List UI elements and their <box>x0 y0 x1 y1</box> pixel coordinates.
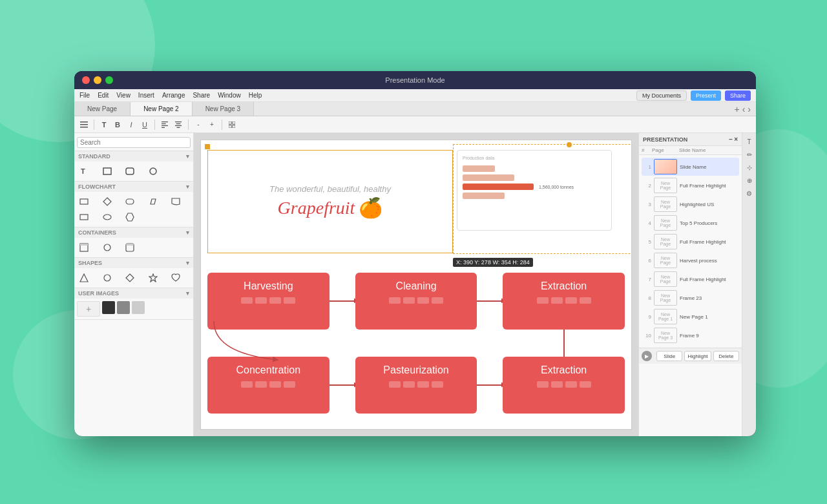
present-button[interactable]: Present <box>691 90 721 101</box>
menu-view[interactable]: View <box>116 92 131 99</box>
icon-zoom[interactable]: ⊕ <box>744 174 755 186</box>
menu-arrange[interactable]: Arrange <box>162 92 185 99</box>
panel-minimize-btn[interactable]: − <box>729 136 733 143</box>
zoom-in-icon[interactable]: + <box>206 119 218 131</box>
my-documents-button[interactable]: My Documents <box>636 90 687 101</box>
tab-nav-next[interactable]: › <box>748 105 751 114</box>
circle-shape[interactable] <box>146 164 160 178</box>
tab-nav-prev[interactable]: ‹ <box>742 105 746 114</box>
flow-box-cleaning[interactable]: Cleaning <box>355 273 477 330</box>
canvas-area[interactable]: The wonderful, beautiful, healthy Grapef… <box>194 133 638 436</box>
menu-insert[interactable]: Insert <box>138 92 154 99</box>
slide-item-4[interactable]: 4 New Page Top 5 Producers <box>642 214 739 232</box>
search-input[interactable] <box>77 137 191 148</box>
slide-thumb-1 <box>654 159 677 174</box>
icon-pencil[interactable]: ✏ <box>744 149 755 160</box>
text-shape[interactable]: T <box>77 164 91 178</box>
fc-rect2[interactable] <box>77 210 91 224</box>
rect-shape[interactable] <box>100 164 114 178</box>
italic-icon[interactable]: I <box>125 119 137 131</box>
slide-btn[interactable]: Slide <box>656 351 682 361</box>
icon-settings[interactable]: ⚙ <box>744 187 755 199</box>
standard-shapes: T <box>74 162 193 181</box>
underline-icon[interactable]: U <box>139 119 151 131</box>
flow-box-extraction-2[interactable]: Extraction <box>503 357 625 414</box>
shape-star[interactable] <box>146 271 160 285</box>
slide-item-1[interactable]: 1 Slide Name <box>642 158 739 176</box>
fc-hex[interactable] <box>123 210 137 224</box>
add-image-btn[interactable]: + <box>77 301 100 317</box>
shape-heart[interactable] <box>169 271 183 285</box>
slide-item-7[interactable]: 7 New Page Full Frame Highlight <box>642 270 739 288</box>
align-center-icon[interactable] <box>173 119 184 131</box>
panel-close-btn[interactable]: × <box>734 136 738 143</box>
slide-item-3[interactable]: 3 New Page Highlighted US <box>642 195 739 213</box>
menu-help[interactable]: Help <box>249 92 262 99</box>
fc-parallelogram[interactable] <box>146 194 160 209</box>
cont-1[interactable] <box>77 240 91 255</box>
slide-item-9[interactable]: 9 New Page 1 New Page 1 <box>642 308 739 326</box>
share-button[interactable]: Share <box>725 90 751 101</box>
close-button[interactable] <box>82 76 90 84</box>
user-img-1[interactable] <box>102 301 115 314</box>
flowchart-section-header[interactable]: FLOWCHART ▾ <box>74 182 193 192</box>
fc-doc[interactable] <box>169 194 183 209</box>
text-tool-icon[interactable]: T <box>98 119 110 131</box>
menu-file[interactable]: File <box>79 92 90 99</box>
slide-thumb-2: New Page <box>654 178 677 193</box>
menu-edit[interactable]: Edit <box>98 92 109 99</box>
fc-oval[interactable] <box>100 210 114 224</box>
play-button[interactable]: ▶ <box>642 351 652 361</box>
standard-section-header[interactable]: STANDARD ▾ <box>74 151 193 162</box>
slide-item-5[interactable]: 5 New Page Full Frame Highlight <box>642 233 739 251</box>
title-box[interactable]: The wonderful, beautiful, healthy Grapef… <box>207 150 453 253</box>
slide-item-10[interactable]: 10 New Page 3 Frame 9 <box>642 326 739 344</box>
slide-item-8[interactable]: 8 New Page Frame 23 <box>642 289 739 307</box>
containers-section-header[interactable]: CONTAINERS ▾ <box>74 227 193 238</box>
fc-diamond[interactable] <box>100 194 114 209</box>
tab-page-1[interactable]: New Page <box>74 102 131 116</box>
zoom-out-icon[interactable]: - <box>193 119 204 131</box>
misc-shapes <box>74 268 193 288</box>
shapes-section-header[interactable]: SHAPES ▾ <box>74 258 193 268</box>
flow-box-harvesting[interactable]: Harvesting <box>207 273 330 330</box>
user-images-section-header[interactable]: USER IMAGES ▾ <box>74 288 193 299</box>
menu-window[interactable]: Window <box>218 92 241 99</box>
add-tab-button[interactable]: + <box>734 105 739 114</box>
flow-box-pasteurization[interactable]: Pasteurization <box>355 357 477 414</box>
icon-text[interactable]: T <box>744 136 755 147</box>
selection-handle-tl[interactable] <box>205 144 210 149</box>
shape-circle[interactable] <box>100 271 114 285</box>
fc-round[interactable] <box>123 194 137 209</box>
flow-label-cleaning: Cleaning <box>395 280 436 292</box>
tab-page-2[interactable]: New Page 2 <box>131 102 192 116</box>
user-img-2[interactable] <box>117 301 130 314</box>
svg-marker-33 <box>126 274 134 282</box>
shape-tri[interactable] <box>77 271 91 285</box>
shape-diamond[interactable] <box>123 271 137 285</box>
menu-share[interactable]: Share <box>193 92 210 99</box>
user-images-content: + <box>74 299 193 319</box>
maximize-button[interactable] <box>105 76 113 84</box>
slide-item-6[interactable]: 6 New Page Harvest process <box>642 251 739 269</box>
flow-box-extraction-1[interactable]: Extraction ▼ <box>503 273 625 330</box>
rounded-rect-shape[interactable] <box>123 164 137 178</box>
manage-tools-icon[interactable] <box>78 119 90 131</box>
align-left-icon[interactable] <box>159 119 171 131</box>
bold-icon[interactable]: B <box>112 119 123 131</box>
icon-move[interactable]: ⊹ <box>744 162 755 173</box>
chart-box[interactable]: Production data 1,560,000 tonnes <box>457 150 612 231</box>
titlebar: Presentation Mode <box>74 71 756 89</box>
tab-page-3[interactable]: New Page 3 <box>193 102 254 116</box>
flow-box-concentration[interactable]: Concentration <box>207 357 330 414</box>
cont-2[interactable] <box>100 240 114 255</box>
fc-rect[interactable] <box>77 194 91 209</box>
sel-handle-top[interactable] <box>567 142 572 147</box>
grid-icon[interactable] <box>226 119 238 131</box>
cont-3[interactable] <box>123 240 137 255</box>
user-img-3[interactable] <box>132 301 145 314</box>
minimize-button[interactable] <box>94 76 101 84</box>
delete-btn[interactable]: Delete <box>713 351 739 361</box>
slide-item-2[interactable]: 2 New Page Full Frame Highlight <box>642 176 739 194</box>
highlight-btn[interactable]: Highlight <box>684 351 711 361</box>
